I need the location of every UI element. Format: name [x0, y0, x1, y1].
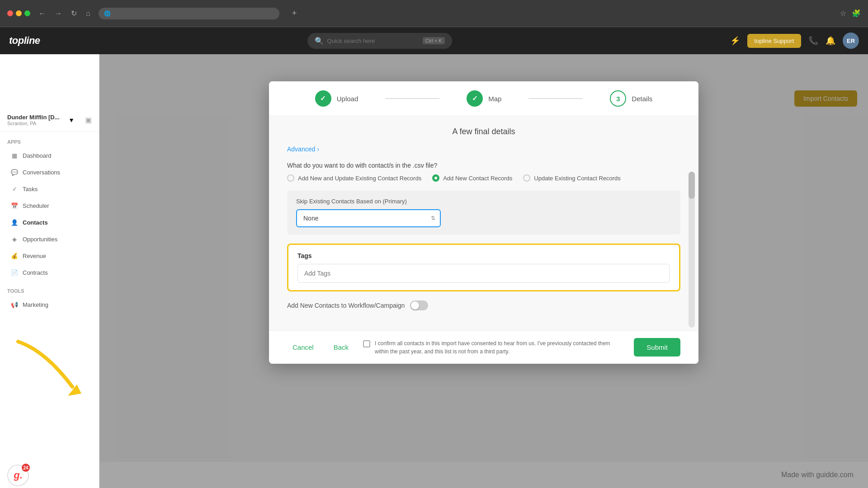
home-btn[interactable]: ⌂ [83, 8, 93, 19]
chevron-right-icon: › [317, 145, 319, 153]
marketing-icon: 📢 [11, 301, 18, 308]
consent-area: I confirm all contacts in this import ha… [363, 339, 625, 356]
skip-label: Skip Existing Contacts Based on (Primary… [296, 198, 671, 205]
toggle-knob [411, 301, 419, 310]
cancel-button[interactable]: Cancel [287, 340, 319, 355]
sidebar-item-label: Contracts [23, 269, 48, 276]
browser-navigation: ← → ↻ ⌂ [36, 7, 93, 19]
search-bar[interactable]: 🔍 Ctrl + K [307, 33, 452, 49]
sidebar-item-scheduler[interactable]: 📅 Scheduler [4, 198, 95, 214]
bell-icon[interactable]: 🔔 [826, 36, 835, 46]
window-controls [7, 10, 30, 16]
step-details: 3 Details [610, 90, 652, 107]
search-icon: 🔍 [315, 37, 324, 45]
support-button[interactable]: topline Support [747, 34, 801, 48]
sidebar-item-contacts[interactable]: 👤 Contacts [4, 215, 95, 230]
step-map-label: Map [488, 95, 501, 103]
revenue-icon: 💰 [11, 253, 18, 259]
avatar[interactable]: ER [843, 33, 859, 49]
sidebar-item-dashboard[interactable]: ▦ Dashboard [4, 148, 95, 164]
consent-checkbox[interactable] [363, 340, 370, 347]
sidebar-item-label: Marketing [23, 301, 48, 308]
sidebar-bottom: g. 24 ⚙ Settings [0, 457, 99, 488]
company-info: Dunder Mifflin [D... Scranton, PA [7, 114, 60, 126]
modal-body: A few final details Advanced › What do y… [269, 116, 698, 330]
skip-select-wrapper: None ⇅ [296, 209, 441, 227]
skip-select[interactable]: None [296, 209, 441, 227]
radio-add-update[interactable]: Add New and Update Existing Contact Reco… [287, 174, 421, 182]
sidebar: Dunder Mifflin [D... Scranton, PA ▾ ▣ Ap… [0, 54, 99, 488]
sidebar-item-marketing[interactable]: 📢 Marketing [4, 297, 95, 313]
dashboard-icon: ▦ [11, 152, 18, 159]
advanced-link[interactable]: Advanced › [287, 145, 680, 153]
sidebar-item-contracts[interactable]: 📄 Contracts [4, 265, 95, 281]
consent-text: I confirm all contacts in this import ha… [375, 339, 625, 356]
address-bar[interactable]: 🌐 [99, 8, 279, 19]
import-modal: ✓ Upload ✓ Map 3 Details A few final det… [269, 81, 698, 364]
back-button[interactable]: Back [328, 340, 354, 355]
radio-add-update-label: Add New and Update Existing Contact Reco… [298, 175, 421, 182]
radio-update-existing[interactable]: Update Existing Contact Records [523, 174, 620, 182]
top-navbar: topline 🔍 Ctrl + K ⚡ topline Support 📞 🔔… [0, 27, 868, 54]
radio-add-new[interactable]: Add New Contact Records [432, 174, 512, 182]
bookmark-icon[interactable]: ☆ [840, 9, 846, 18]
modal-footer: Cancel Back I confirm all contacts in th… [269, 330, 698, 364]
radio-update-existing-label: Update Existing Contact Records [534, 175, 620, 182]
add-tab-btn[interactable]: + [288, 9, 301, 18]
sidebar-item-conversations[interactable]: 💬 Conversations [4, 164, 95, 180]
company-selector[interactable]: Dunder Mifflin [D... Scranton, PA ▾ ▣ [0, 108, 99, 132]
skip-section: Skip Existing Contacts Based on (Primary… [287, 191, 680, 235]
search-shortcut: Ctrl + K [423, 37, 445, 44]
workflow-toggle[interactable] [410, 300, 428, 310]
search-input[interactable] [327, 38, 418, 44]
main-content: Import Contacts ✓ Upload ✓ Map 3 De [99, 54, 868, 488]
radio-update-existing-circle [523, 174, 530, 182]
layout-icon[interactable]: ▣ [85, 116, 92, 124]
workflow-row: Add New Contacts to Workflow/Campaign [287, 300, 680, 310]
submit-button[interactable]: Submit [634, 338, 680, 357]
opportunities-icon: ◈ [11, 236, 18, 243]
company-location: Scranton, PA [7, 121, 60, 126]
brand-logo: topline [9, 35, 40, 47]
minimize-window-btn[interactable] [16, 10, 22, 16]
phone-icon[interactable]: 📞 [808, 36, 818, 46]
scroll-track [689, 172, 695, 328]
sidebar-item-opportunities[interactable]: ◈ Opportunities [4, 231, 95, 247]
extensions-icon[interactable]: 🧩 [852, 9, 861, 18]
scheduler-icon: 📅 [11, 202, 18, 209]
sidebar-item-label: Conversations [23, 169, 60, 176]
step-connector-2 [528, 98, 583, 99]
close-window-btn[interactable] [7, 10, 13, 16]
step-upload: ✓ Upload [315, 90, 359, 107]
sidebar-item-revenue[interactable]: 💰 Revenue [4, 248, 95, 264]
maximize-window-btn[interactable] [24, 10, 30, 16]
chevron-down-icon: ▾ [70, 116, 73, 124]
tab-bar: + [288, 9, 301, 18]
radio-add-new-circle [432, 174, 439, 182]
apps-section-label: Apps [0, 132, 99, 147]
tools-section-label: Tools [0, 281, 99, 296]
contacts-icon: 👤 [11, 219, 18, 226]
sidebar-item-label: Tasks [23, 186, 38, 192]
sidebar-item-label: Contacts [23, 219, 48, 226]
lightning-icon[interactable]: ⚡ [730, 36, 740, 46]
tags-label: Tags [297, 252, 670, 259]
back-btn[interactable]: ← [36, 8, 48, 19]
badge-count: 24 [22, 464, 30, 472]
sidebar-item-label: Dashboard [23, 152, 52, 159]
contracts-icon: 📄 [11, 269, 18, 276]
step-connector-1 [385, 98, 439, 99]
nav-actions: ⚡ topline Support 📞 🔔 ER [730, 33, 859, 49]
sidebar-item-tasks[interactable]: ✓ Tasks [4, 181, 95, 197]
scroll-thumb[interactable] [689, 172, 695, 199]
sidebar-item-label: Scheduler [23, 202, 49, 209]
step-details-label: Details [632, 95, 652, 103]
advanced-label: Advanced [287, 145, 315, 153]
step-details-circle: 3 [610, 90, 626, 107]
refresh-btn[interactable]: ↻ [68, 7, 80, 19]
radio-add-update-circle [287, 174, 294, 182]
workflow-label: Add New Contacts to Workflow/Campaign [287, 302, 405, 309]
tags-input[interactable] [297, 264, 670, 283]
forward-btn[interactable]: → [52, 8, 65, 19]
guidde-badge[interactable]: g. 24 [7, 465, 29, 486]
